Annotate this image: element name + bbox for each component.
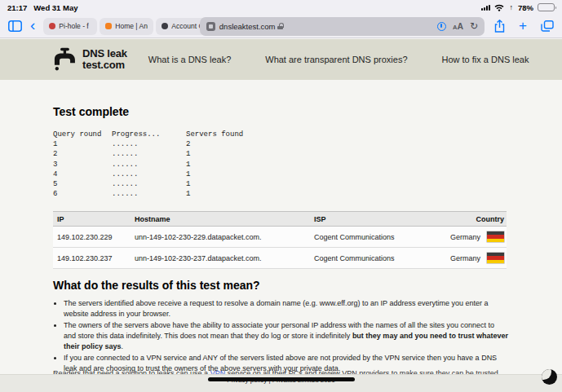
query-cell: 1 <box>186 189 190 199</box>
new-tab-button[interactable]: + <box>519 20 527 33</box>
cell-hostname: unn-149-102-230-237.datapacket.com. <box>135 254 314 262</box>
tab-title: Home | Andre <box>115 22 148 30</box>
date: Wed 31 May <box>33 3 77 12</box>
table-row: 149.102.230.237unn-149-102-230-237.datap… <box>53 248 507 269</box>
query-table-row: 2......1 <box>53 149 243 159</box>
site-favicon-icon <box>206 22 215 31</box>
upload-arrow-icon: ↑ <box>509 3 513 11</box>
browser-tab-1[interactable]: Pi-hole - f <box>43 18 97 35</box>
query-cell: 2 <box>53 149 112 159</box>
home-indicator[interactable] <box>208 377 355 381</box>
cloud-favicon-icon <box>105 23 112 29</box>
share-icon[interactable] <box>494 20 505 33</box>
site-nav: What is a DNS leak?What are transparent … <box>148 55 529 64</box>
country-name: Germany <box>450 233 480 241</box>
header-ip: IP <box>53 215 135 223</box>
account-favicon-icon <box>162 23 168 29</box>
query-cell: ...... <box>112 160 186 170</box>
clock: 21:17 <box>7 3 27 12</box>
query-cell: 1 <box>53 139 112 149</box>
cell-ip: 149.102.230.237 <box>53 254 135 262</box>
reload-icon[interactable]: ↻ <box>470 22 478 30</box>
query-cell: 1 <box>186 179 190 189</box>
cell-hostname: unn-149-102-230-229.datapacket.com. <box>135 233 314 241</box>
nav-link-2[interactable]: What are transparent DNS proxies? <box>265 55 407 64</box>
content-blocker-icon[interactable] <box>437 22 446 31</box>
query-cell: 6 <box>53 189 112 199</box>
query-round-table: Query roundProgress...Servers found1....… <box>53 130 243 199</box>
faucet-logo-icon <box>52 46 77 73</box>
site-header: DNS leak test.com What is a DNS leak?Wha… <box>0 39 562 80</box>
header-hostname: Hostname <box>135 215 314 223</box>
results-explanation: The servers identified above receive a r… <box>53 298 508 375</box>
query-table-row: 5......1 <box>53 179 243 189</box>
tab-title: Pi-hole - f <box>59 22 88 30</box>
query-cell: ...... <box>112 139 186 149</box>
battery-percent: 78% <box>518 3 533 12</box>
cell-country: Germany <box>410 231 507 242</box>
explanation-list: The servers identified above receive a r… <box>53 298 508 374</box>
query-table-row: 4......1 <box>53 170 243 179</box>
query-cell: Query round <box>53 130 112 139</box>
header-country: Country <box>410 215 507 223</box>
table-row: 149.102.230.229unn-149-102-230-229.datap… <box>53 227 507 248</box>
query-cell: Servers found <box>186 130 243 139</box>
text-size-button[interactable]: AA <box>453 21 463 31</box>
query-cell: 3 <box>53 160 112 170</box>
cell-country: Germany <box>410 253 507 263</box>
query-table-row: 1......2 <box>53 139 243 149</box>
cell-isp: Cogent Communications <box>314 233 410 241</box>
status-bar: 21:17 Wed 31 May ↑ 78% <box>0 0 562 15</box>
explanation-bullet-1: The servers identified above receive a r… <box>64 298 508 319</box>
tab-strip: Pi-hole - fHome | AndreAccount OvervWhat… <box>43 18 193 35</box>
sidebar-icon[interactable] <box>8 20 22 32</box>
nav-link-3[interactable]: How to fix a DNS leak <box>442 55 529 64</box>
crescent-moon-icon <box>542 369 557 385</box>
query-cell: ...... <box>112 179 186 189</box>
results-meaning-heading: What do the results of this test mean? <box>53 279 260 292</box>
lock-icon <box>277 23 283 29</box>
battery-icon <box>538 3 555 11</box>
tabs-overview-icon[interactable] <box>541 20 554 32</box>
query-table-header: Query roundProgress...Servers found <box>53 130 243 139</box>
header-isp: ISP <box>314 215 410 223</box>
query-cell: 1 <box>186 170 190 179</box>
cell-ip: 149.102.230.229 <box>53 233 135 241</box>
query-cell: 2 <box>186 139 190 149</box>
site-logo[interactable]: DNS leak test.com <box>52 46 127 73</box>
query-cell: 4 <box>53 170 112 179</box>
cell-isp: Cogent Communications <box>314 254 410 262</box>
germany-flag-icon <box>487 253 504 263</box>
explanation-bullet-2: The owners of the servers above have the… <box>64 320 508 352</box>
address-bar[interactable]: dnsleaktest.com AA ↻ <box>200 17 485 36</box>
back-button[interactable]: ‹ <box>30 18 35 33</box>
query-cell: 1 <box>186 149 190 159</box>
query-cell: ...... <box>112 170 186 179</box>
query-cell: ...... <box>112 189 186 199</box>
query-cell: 1 <box>186 160 190 170</box>
query-cell: ...... <box>112 149 186 159</box>
url-text[interactable]: dnsleaktest.com <box>219 22 276 31</box>
wifi-icon <box>494 4 504 11</box>
browser-tab-2[interactable]: Home | Andre <box>100 18 153 35</box>
country-name: Germany <box>450 254 480 262</box>
browser-toolbar: ‹ Pi-hole - fHome | AndreAccount OvervWh… <box>0 15 562 38</box>
raspberry-favicon-icon <box>49 23 55 29</box>
germany-flag-icon <box>487 231 504 242</box>
nav-link-1[interactable]: What is a DNS leak? <box>148 55 231 64</box>
query-cell: Progress... <box>112 130 186 139</box>
test-complete-heading: Test complete <box>53 105 129 118</box>
cellular-signal-icon <box>481 4 490 11</box>
query-table-row: 6......1 <box>53 189 243 199</box>
query-cell: 5 <box>53 179 112 189</box>
site-logo-text: DNS leak test.com <box>82 48 127 71</box>
query-table-row: 3......1 <box>53 160 243 170</box>
results-table: IPHostnameISPCountry149.102.230.229unn-1… <box>53 211 507 269</box>
partially-visible-paragraph: Readers that need a solution to leaks ca… <box>53 368 510 374</box>
results-header-row: IPHostnameISPCountry <box>53 212 507 227</box>
